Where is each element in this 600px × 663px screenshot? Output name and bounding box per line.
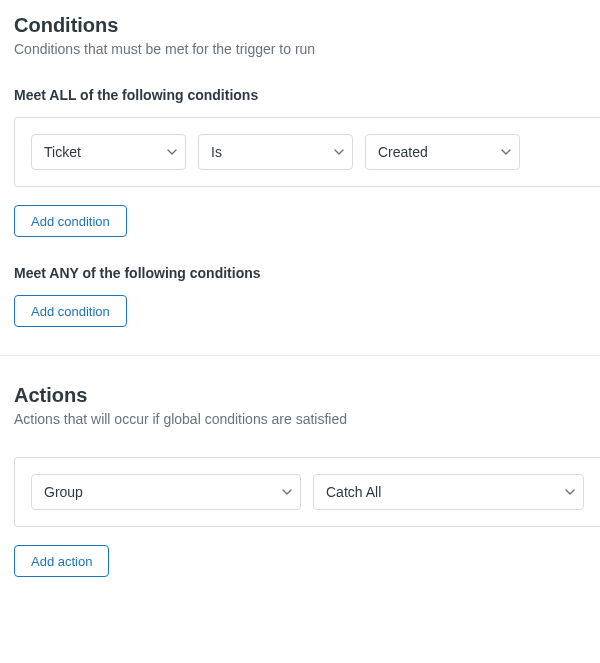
- condition-value-value: Created: [378, 144, 428, 160]
- add-condition-all-button[interactable]: Add condition: [14, 205, 127, 237]
- chevron-down-icon: [334, 147, 344, 157]
- action-value-select[interactable]: Catch All: [313, 474, 584, 510]
- condition-all-row: Ticket Is Created: [14, 117, 600, 187]
- meet-all-label: Meet ALL of the following conditions: [14, 87, 586, 103]
- condition-operator-value: Is: [211, 144, 222, 160]
- action-row: Group Catch All: [14, 457, 600, 527]
- conditions-title: Conditions: [14, 14, 586, 37]
- actions-title: Actions: [14, 384, 586, 407]
- condition-field-select[interactable]: Ticket: [31, 134, 186, 170]
- action-field-value: Group: [44, 484, 83, 500]
- conditions-desc: Conditions that must be met for the trig…: [14, 41, 586, 57]
- chevron-down-icon: [282, 487, 292, 497]
- chevron-down-icon: [501, 147, 511, 157]
- action-value-value: Catch All: [326, 484, 381, 500]
- add-condition-any-label: Add condition: [31, 304, 110, 319]
- chevron-down-icon: [167, 147, 177, 157]
- add-condition-any-button[interactable]: Add condition: [14, 295, 127, 327]
- add-action-button[interactable]: Add action: [14, 545, 109, 577]
- condition-field-value: Ticket: [44, 144, 81, 160]
- add-condition-all-label: Add condition: [31, 214, 110, 229]
- actions-desc: Actions that will occur if global condit…: [14, 411, 586, 427]
- meet-any-label: Meet ANY of the following conditions: [14, 265, 586, 281]
- action-field-select[interactable]: Group: [31, 474, 301, 510]
- section-divider: [0, 355, 600, 356]
- chevron-down-icon: [565, 487, 575, 497]
- condition-operator-select[interactable]: Is: [198, 134, 353, 170]
- add-action-label: Add action: [31, 554, 92, 569]
- condition-value-select[interactable]: Created: [365, 134, 520, 170]
